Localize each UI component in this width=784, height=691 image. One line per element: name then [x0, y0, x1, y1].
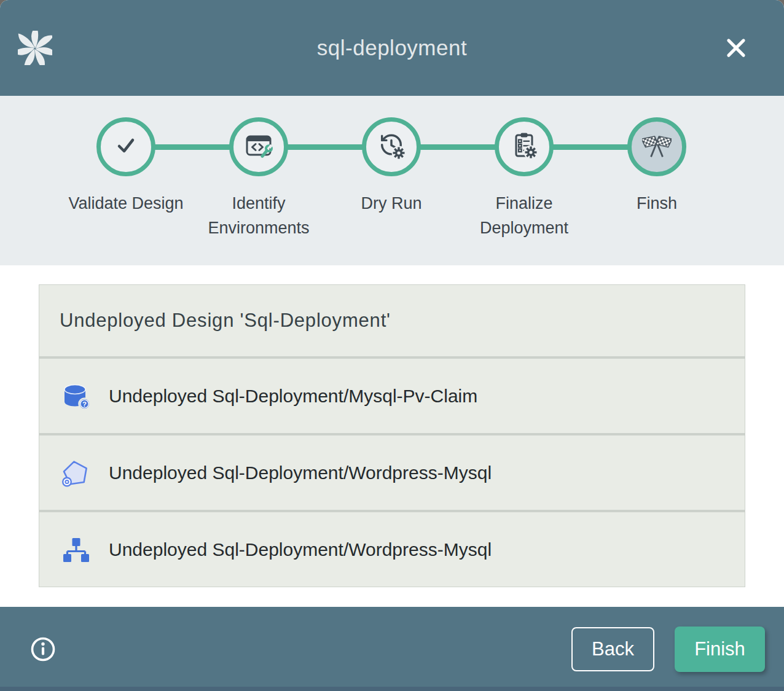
step-validate-design: Validate Design [60, 96, 192, 240]
pentagon-icon [61, 458, 90, 488]
resource-row-wordpress-mysql-tree: Undeployed Sql-Deployment/Wordpress-Mysq… [39, 512, 745, 587]
window-bottom-edge [0, 687, 784, 691]
step-label: Finsh [598, 191, 716, 216]
close-button[interactable] [721, 33, 751, 63]
info-icon [29, 656, 57, 665]
step-finalize-deployment: Finalize Deployment [458, 96, 590, 240]
step-circle-active [627, 117, 686, 176]
step-identify-environments: Identify Environments [192, 96, 325, 240]
status-panel: Undeployed Design 'Sql-Deployment' ? Und… [39, 284, 745, 587]
history-gear-icon [377, 131, 406, 163]
step-circle-completed [96, 117, 155, 176]
step-circle-completed [229, 117, 288, 176]
back-button[interactable]: Back [571, 627, 654, 671]
clipboard-checklist-gear-icon [509, 131, 539, 163]
finish-button[interactable]: Finish [675, 627, 765, 672]
dialog-body: Undeployed Design 'Sql-Deployment' ? Und… [0, 265, 784, 607]
resource-row-mysql-pv-claim: ? Undeployed Sql-Deployment/Mysql-Pv-Cla… [39, 359, 745, 433]
dialog-footer: Back Finish [0, 607, 784, 691]
step-dry-run: Dry Run [325, 96, 458, 240]
step-label: Identify Environments [200, 191, 318, 240]
status-panel-header-row: Undeployed Design 'Sql-Deployment' [39, 285, 745, 356]
progress-stepper: Validate Design [0, 96, 784, 265]
panel-header-text: Undeployed Design 'Sql-Deployment' [60, 310, 391, 332]
checkered-flags-icon [642, 131, 672, 163]
tree-icon [61, 535, 90, 564]
svg-text:?: ? [82, 400, 87, 407]
step-circle-completed [495, 117, 554, 176]
check-icon [111, 131, 141, 163]
database-icon: ? [61, 381, 90, 411]
info-button[interactable] [29, 635, 57, 663]
sql-deployment-dialog: sql-deployment Validate Design [0, 0, 784, 691]
step-label: Finalize Deployment [465, 191, 583, 240]
resource-row-text: Undeployed Sql-Deployment/Mysql-Pv-Claim [109, 386, 477, 407]
resource-row-text: Undeployed Sql-Deployment/Wordpress-Mysq… [109, 539, 492, 560]
step-circle-completed [362, 117, 421, 176]
dialog-header: sql-deployment [0, 0, 784, 96]
dialog-title: sql-deployment [0, 36, 784, 60]
step-finish: Finsh [590, 96, 723, 240]
step-label: Dry Run [332, 191, 450, 216]
resource-row-wordpress-mysql-service: Undeployed Sql-Deployment/Wordpress-Mysq… [39, 435, 745, 510]
resource-row-text: Undeployed Sql-Deployment/Wordpress-Mysq… [109, 463, 492, 483]
code-window-wrench-icon [244, 131, 273, 163]
step-label: Validate Design [67, 191, 185, 216]
close-icon [723, 54, 750, 63]
